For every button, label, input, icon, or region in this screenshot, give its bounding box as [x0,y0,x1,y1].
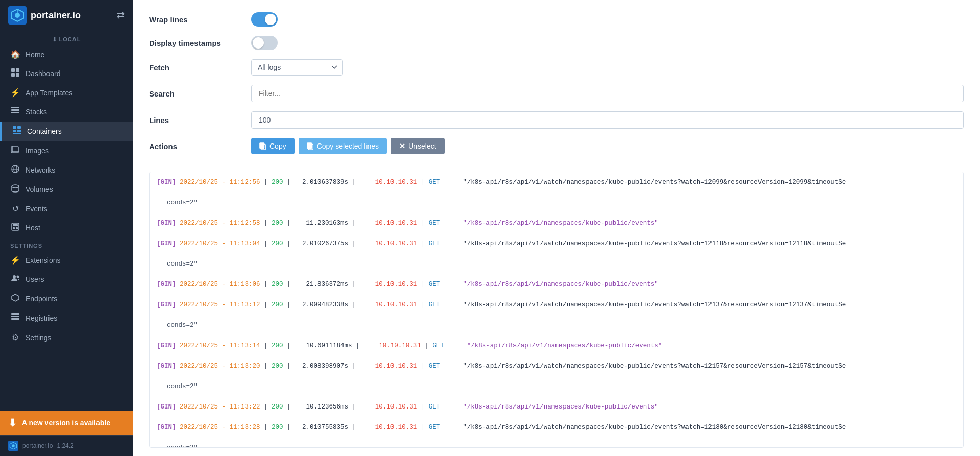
sidebar-item-label-home: Home [26,51,122,59]
svg-point-21 [12,185,19,188]
stacks-icon [10,107,20,117]
copy-icon [259,142,266,150]
sidebar-item-events[interactable]: ↺ Events [0,199,133,218]
settings-section-label: SETTINGS [0,237,133,251]
svg-rect-10 [11,112,19,113]
update-banner[interactable]: ⬇ A new version is available [0,411,133,435]
wrap-lines-slider [251,12,278,27]
events-icon: ↺ [10,204,20,213]
unselect-button[interactable]: ✕ Unselect [391,138,444,154]
svg-rect-14 [17,130,21,132]
version-name: portainer.io [22,442,53,449]
display-timestamps-toggle[interactable] [251,36,278,50]
controls-area: Wrap lines Display timestamps Fetch All … [133,0,980,163]
version-number: 1.24.2 [57,442,74,449]
sidebar-item-label-settings: Settings [26,333,122,342]
copy-selected-button[interactable]: Copy selected lines [299,138,387,154]
search-input[interactable] [251,85,964,102]
actions-label: Actions [149,142,251,151]
users-icon [10,274,20,284]
svg-rect-24 [13,227,15,229]
sidebar-item-home[interactable]: 🏠 Home [0,45,133,64]
sidebar-item-stacks[interactable]: Stacks [0,102,133,122]
images-icon [10,146,20,156]
sidebar-item-label-host: Host [26,224,122,232]
registries-icon [10,313,20,323]
fetch-label: Fetch [149,63,251,72]
x-icon: ✕ [399,142,405,150]
svg-rect-13 [13,130,16,132]
sidebar-item-label-app-templates: App Templates [26,89,122,97]
wrap-lines-toggle[interactable] [251,12,278,27]
version-logo-icon [8,441,18,451]
fetch-select[interactable]: All logs Last 100 lines Last 500 lines L… [251,59,343,76]
portainer-logo-icon [8,6,27,25]
svg-rect-6 [11,73,15,77]
sidebar-item-label-endpoints: Endpoints [26,295,122,303]
svg-rect-30 [11,318,19,320]
lines-input[interactable] [251,111,964,129]
svg-point-33 [12,444,15,447]
networks-icon [10,165,20,175]
search-row: Search [149,85,964,102]
svg-rect-25 [16,227,18,229]
sidebar-item-images[interactable]: Images [0,141,133,160]
sidebar-item-host[interactable]: Host [0,218,133,237]
sidebar-item-label-images: Images [26,147,122,155]
sidebar-item-app-templates[interactable]: ⚡ App Templates [0,83,133,102]
logo-area: portainer.io ⇄ [0,0,133,31]
svg-point-2 [15,13,20,18]
svg-rect-5 [16,68,19,72]
svg-rect-9 [11,109,19,111]
containers-icon [12,126,22,136]
sidebar-item-label-containers: Containers [27,127,122,135]
svg-rect-7 [16,73,19,77]
display-timestamps-label: Display timestamps [149,39,251,47]
dashboard-icon [10,68,20,79]
main-content: Wrap lines Display timestamps Fetch All … [133,0,980,456]
sidebar-item-networks[interactable]: Networks [0,160,133,180]
svg-rect-37 [307,143,312,149]
volumes-icon [10,184,20,195]
display-timestamps-slider [251,36,278,50]
sidebar-item-label-networks: Networks [26,166,122,174]
sidebar-item-dashboard[interactable]: Dashboard [0,64,133,83]
search-label: Search [149,89,251,98]
sidebar-item-label-extensions: Extensions [26,256,122,265]
sidebar-item-label-stacks: Stacks [26,108,122,116]
svg-point-27 [17,276,19,278]
sidebar-item-registries[interactable]: Registries [0,308,133,328]
sidebar-footer: ⬇ A new version is available portainer.i… [0,411,133,456]
svg-rect-8 [11,107,19,108]
actions-row: Actions Copy Copy selected lines ✕ Unsel… [149,138,964,154]
sidebar-item-volumes[interactable]: Volumes [0,180,133,199]
version-bar: portainer.io 1.24.2 [0,435,133,456]
sidebar-item-label-users: Users [26,275,122,283]
app-templates-icon: ⚡ [10,88,20,98]
log-viewer[interactable]: [GIN] 2022/10/25 - 11:12:56 | 200 | 2.01… [150,172,963,447]
sidebar-item-label-registries: Registries [26,314,122,322]
sidebar-item-endpoints[interactable]: Endpoints [0,289,133,308]
extensions-icon: ⚡ [10,255,20,265]
svg-rect-35 [260,143,264,149]
copy-selected-icon [307,142,314,150]
copy-button[interactable]: Copy [251,138,295,154]
home-icon: 🏠 [10,50,20,59]
local-label: ⬇ LOCAL [0,31,133,45]
sidebar-item-settings[interactable]: ⚙ Settings [0,328,133,347]
fetch-row: Fetch All logs Last 100 lines Last 500 l… [149,59,964,76]
transfer-icon[interactable]: ⇄ [117,10,125,21]
wrap-lines-label: Wrap lines [149,15,251,24]
download-icon: ⬇ [8,417,17,429]
lines-label: Lines [149,116,251,125]
settings-icon: ⚙ [10,332,20,342]
wrap-lines-row: Wrap lines [149,12,964,27]
svg-rect-29 [11,316,19,317]
svg-rect-11 [13,126,16,129]
display-timestamps-row: Display timestamps [149,36,964,50]
log-viewer-wrapper: [GIN] 2022/10/25 - 11:12:56 | 200 | 2.01… [149,172,964,448]
sidebar-item-extensions[interactable]: ⚡ Extensions [0,251,133,270]
sidebar-item-users[interactable]: Users [0,270,133,289]
sidebar-item-containers[interactable]: Containers [0,122,133,141]
logo-text: portainer.io [31,10,81,21]
